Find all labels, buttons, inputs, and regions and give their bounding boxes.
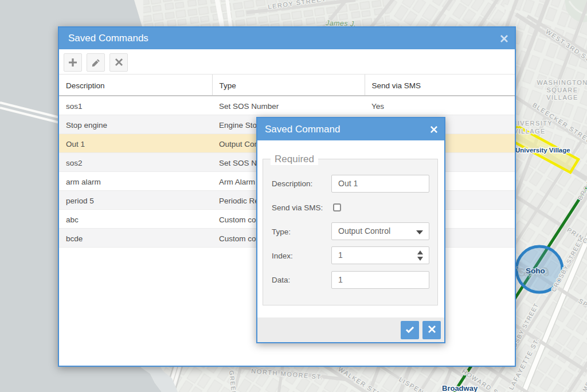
svg-text:VILLAGE: VILLAGE — [514, 128, 546, 135]
svg-text:University Village: University Village — [515, 147, 570, 154]
svg-text:Broadway: Broadway — [442, 384, 478, 392]
svg-text:SQUARE: SQUARE — [547, 87, 578, 93]
svg-text:VILLAGE: VILLAGE — [546, 94, 578, 101]
svg-text:WASHINGTON: WASHINGTON — [537, 79, 587, 86]
